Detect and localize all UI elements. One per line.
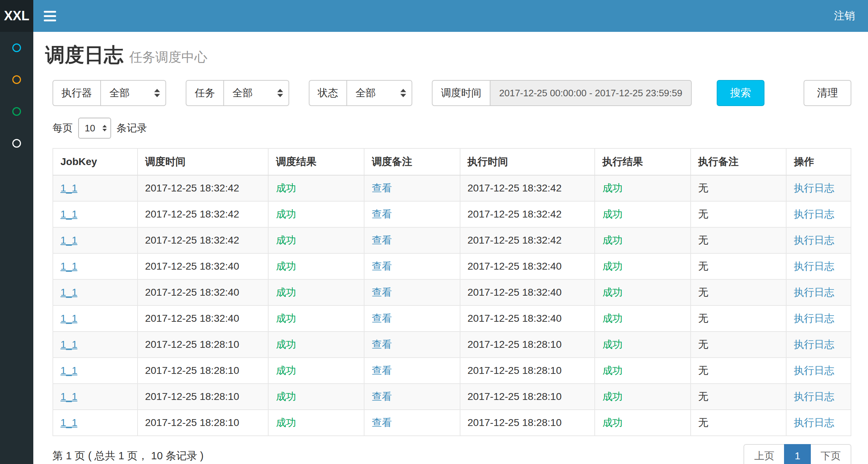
jobkey-link[interactable]: 1_1 xyxy=(60,391,77,402)
exec-log-link[interactable]: 执行日志 xyxy=(794,208,834,220)
page-size-select[interactable]: 10 xyxy=(78,118,111,139)
executor-filter-label: 执行器 xyxy=(52,80,100,106)
table-cell: 查看 xyxy=(364,384,460,410)
handle-time-value: 2017-12-25 18:28:10 xyxy=(468,417,562,428)
exec-log-link[interactable]: 执行日志 xyxy=(794,391,834,402)
trigger-time-range-input[interactable]: 2017-12-25 00:00:00 - 2017-12-25 23:59:5… xyxy=(490,80,692,106)
jobkey-link[interactable]: 1_1 xyxy=(60,208,77,220)
jobkey-link[interactable]: 1_1 xyxy=(60,261,77,272)
sidebar-item-4[interactable] xyxy=(0,127,33,159)
trigger-msg-link[interactable]: 查看 xyxy=(372,339,392,350)
table-cell: 成功 xyxy=(595,305,691,332)
trigger-msg-link[interactable]: 查看 xyxy=(372,313,392,324)
table-cell: 1_1 xyxy=(53,358,138,384)
table-cell: 成功 xyxy=(268,358,364,384)
table-row: 1_12017-12-25 18:32:40成功查看2017-12-25 18:… xyxy=(53,279,851,305)
circle-o-icon xyxy=(12,107,21,116)
table-row: 1_12017-12-25 18:32:40成功查看2017-12-25 18:… xyxy=(53,305,851,332)
trigger-msg-link[interactable]: 查看 xyxy=(372,365,392,376)
handle-time-value: 2017-12-25 18:28:10 xyxy=(468,339,562,350)
table-row: 1_12017-12-25 18:32:42成功查看2017-12-25 18:… xyxy=(53,227,851,253)
brand-logo[interactable]: XXL xyxy=(0,0,33,32)
table-row: 1_12017-12-25 18:28:10成功查看2017-12-25 18:… xyxy=(53,358,851,384)
exec-log-link[interactable]: 执行日志 xyxy=(794,339,834,350)
executor-filter-group: 执行器 全部 xyxy=(52,80,166,106)
trigger-time-value: 2017-12-25 18:32:40 xyxy=(145,287,239,298)
clear-button[interactable]: 清理 xyxy=(804,80,851,106)
col-header-handle-result: 执行结果 xyxy=(595,148,691,175)
handle-time-value: 2017-12-25 18:32:40 xyxy=(468,261,562,272)
status-select-value: 全部 xyxy=(355,87,376,98)
trigger-time-filter-group: 调度时间 2017-12-25 00:00:00 - 2017-12-25 23… xyxy=(432,80,692,106)
table-cell: 成功 xyxy=(268,384,364,410)
jobkey-link[interactable]: 1_1 xyxy=(60,235,77,246)
table-cell: 1_1 xyxy=(53,305,138,332)
table-cell: 执行日志 xyxy=(786,358,851,384)
trigger-msg-link[interactable]: 查看 xyxy=(372,235,392,246)
table-cell: 执行日志 xyxy=(786,279,851,305)
table-cell: 2017-12-25 18:32:40 xyxy=(138,279,269,305)
table-cell: 查看 xyxy=(364,410,460,436)
handle-result-value: 成功 xyxy=(602,339,623,350)
handle-msg-value: 无 xyxy=(698,261,708,272)
prev-page-button[interactable]: 上页 xyxy=(743,444,785,464)
exec-log-link[interactable]: 执行日志 xyxy=(794,313,834,324)
trigger-msg-link[interactable]: 查看 xyxy=(372,287,392,298)
trigger-msg-link[interactable]: 查看 xyxy=(372,182,392,194)
trigger-msg-link[interactable]: 查看 xyxy=(372,391,392,402)
page-size-prefix-label: 每页 xyxy=(52,121,73,135)
table-cell: 成功 xyxy=(268,175,364,201)
table-cell: 2017-12-25 18:32:40 xyxy=(138,253,269,279)
sidebar-toggle-button[interactable] xyxy=(33,0,67,32)
table-cell: 2017-12-25 18:32:40 xyxy=(138,305,269,332)
exec-log-link[interactable]: 执行日志 xyxy=(794,417,834,428)
job-select[interactable]: 全部 xyxy=(223,80,289,106)
jobkey-link[interactable]: 1_1 xyxy=(60,313,77,324)
exec-log-link[interactable]: 执行日志 xyxy=(794,365,834,376)
sidebar-item-3[interactable] xyxy=(0,96,33,127)
trigger-result-value: 成功 xyxy=(276,391,296,402)
jobkey-link[interactable]: 1_1 xyxy=(60,287,77,298)
table-cell: 查看 xyxy=(364,279,460,305)
jobkey-link[interactable]: 1_1 xyxy=(60,339,77,350)
handle-msg-value: 无 xyxy=(698,208,708,220)
table-cell: 2017-12-25 18:32:42 xyxy=(138,227,269,253)
trigger-result-value: 成功 xyxy=(276,182,296,194)
jobkey-link[interactable]: 1_1 xyxy=(60,182,77,194)
hamburger-icon xyxy=(44,11,56,21)
trigger-result-value: 成功 xyxy=(276,208,296,220)
trigger-msg-link[interactable]: 查看 xyxy=(372,208,392,220)
status-select[interactable]: 全部 xyxy=(346,80,412,106)
search-button[interactable]: 搜索 xyxy=(717,80,764,106)
trigger-msg-link[interactable]: 查看 xyxy=(372,261,392,272)
table-cell: 查看 xyxy=(364,305,460,332)
sidebar-item-2[interactable] xyxy=(0,64,33,96)
jobkey-link[interactable]: 1_1 xyxy=(60,365,77,376)
handle-time-value: 2017-12-25 18:32:42 xyxy=(468,208,562,220)
table-cell: 2017-12-25 18:28:10 xyxy=(460,358,595,384)
table-cell: 1_1 xyxy=(53,253,138,279)
trigger-result-value: 成功 xyxy=(276,417,296,428)
sidebar-item-1[interactable] xyxy=(0,32,33,64)
jobkey-link[interactable]: 1_1 xyxy=(60,417,77,428)
table-footer: 第 1 页 ( 总共 1 页， 10 条记录 ) 上页 1 下页 xyxy=(33,444,868,464)
table-row: 1_12017-12-25 18:28:10成功查看2017-12-25 18:… xyxy=(53,332,851,358)
exec-log-link[interactable]: 执行日志 xyxy=(794,235,834,246)
next-page-button[interactable]: 下页 xyxy=(810,444,851,464)
table-cell: 查看 xyxy=(364,253,460,279)
exec-log-link[interactable]: 执行日志 xyxy=(794,261,834,272)
logout-link[interactable]: 注销 xyxy=(821,0,868,32)
trigger-time-value: 2017-12-25 18:32:40 xyxy=(145,313,239,324)
table-cell: 1_1 xyxy=(53,332,138,358)
table-row: 1_12017-12-25 18:28:10成功查看2017-12-25 18:… xyxy=(53,384,851,410)
exec-log-link[interactable]: 执行日志 xyxy=(794,182,834,194)
page-1-button[interactable]: 1 xyxy=(784,444,811,464)
circle-o-icon xyxy=(12,75,21,84)
trigger-time-value: 2017-12-25 18:28:10 xyxy=(145,417,239,428)
table-cell: 成功 xyxy=(268,279,364,305)
trigger-msg-link[interactable]: 查看 xyxy=(372,417,392,428)
executor-select[interactable]: 全部 xyxy=(100,80,166,106)
sidebar xyxy=(0,32,33,464)
col-header-handle-msg: 执行备注 xyxy=(691,148,787,175)
exec-log-link[interactable]: 执行日志 xyxy=(794,287,834,298)
